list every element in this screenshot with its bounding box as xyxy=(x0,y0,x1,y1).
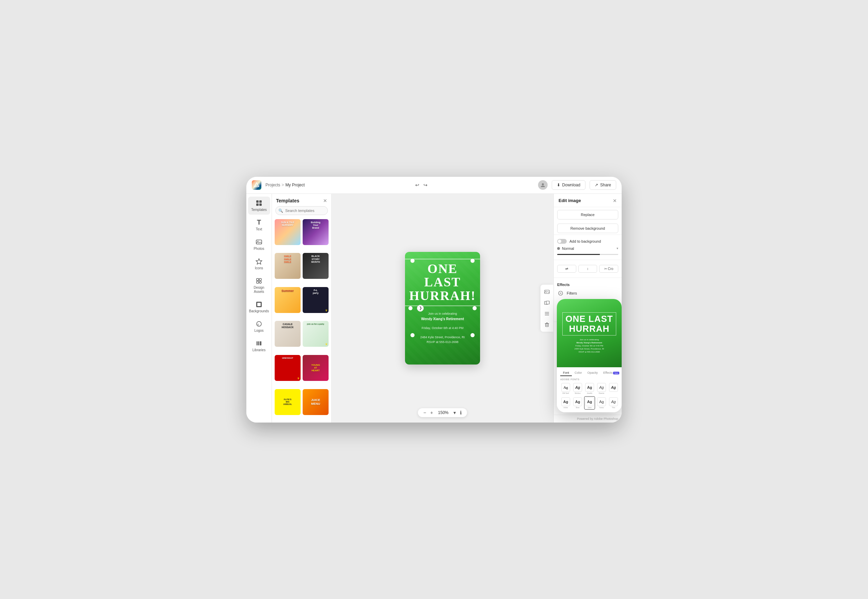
svg-rect-28 xyxy=(545,324,548,327)
handle-ml[interactable] xyxy=(408,306,413,310)
card-name: Wendy Xiang's Retirement xyxy=(420,316,465,322)
template-thumb-t9-text: HINDSIGHT xyxy=(275,355,300,361)
template-thumb-t8-text: join us for a party xyxy=(303,321,329,327)
delete-tool-button[interactable] xyxy=(542,319,552,330)
flip-vertical-button[interactable]: ↕ xyxy=(578,265,598,273)
edit-panel-close-button[interactable]: ✕ xyxy=(613,198,617,203)
template-thumb-t1[interactable]: SUN & TILENURSERY xyxy=(275,219,300,245)
templates-panel-title: Templates xyxy=(276,198,299,203)
phone-font-name-1: DM Serif xyxy=(562,392,569,394)
phone-font-item-10[interactable]: Ag Thin xyxy=(608,396,619,409)
template-thumb-t2[interactable]: BuildingYourBrand xyxy=(303,219,329,245)
phone-font-item-6[interactable]: Ag Arline xyxy=(560,396,571,409)
zoom-in-button[interactable]: + xyxy=(429,410,434,415)
zoom-out-button[interactable]: − xyxy=(423,410,427,415)
collapse-panel-button[interactable]: ❯ xyxy=(417,305,424,312)
template-thumb-t10[interactable]: YOUNGATHEART xyxy=(303,355,329,381)
add-to-bg-toggle[interactable] xyxy=(557,239,567,244)
edit-panel-header: Edit image ✕ xyxy=(554,194,622,207)
share-button[interactable]: ↗ Share xyxy=(590,180,616,190)
breadcrumb-parent[interactable]: Projects xyxy=(266,183,280,187)
phone-font-tab-opacity[interactable]: Opacity xyxy=(585,370,601,376)
phone-font-item-1[interactable]: Ag DM Serif xyxy=(560,382,571,395)
libraries-icon xyxy=(255,340,263,347)
template-thumb-t3[interactable]: SMILESMILESMILE xyxy=(275,253,300,279)
image-tool-button[interactable] xyxy=(542,287,552,297)
template-thumb-t2-text: BuildingYourBrand xyxy=(303,219,329,232)
sidebar-item-logos[interactable]: L Logos xyxy=(248,318,270,336)
templates-panel: Templates ✕ 🔍 SUN & TILENURSERY Building… xyxy=(272,194,332,423)
card-title-line2: HURRAH! xyxy=(409,289,476,303)
handle-bl[interactable] xyxy=(410,333,414,337)
filters-row[interactable]: Filters xyxy=(557,288,618,298)
phone-font-tab-effects[interactable]: EffectsNew xyxy=(601,370,622,376)
phone-font-item-8[interactable]: Ag Libre xyxy=(584,396,595,409)
undo-button[interactable]: ↩ xyxy=(414,182,420,188)
blend-mode-select[interactable]: Normal xyxy=(562,247,614,251)
template-thumb-t3-text: SMILESMILESMILE xyxy=(275,253,300,266)
design-card[interactable]: ONE LAST HURRAH! Join us in celebrating … xyxy=(405,252,480,364)
template-thumb-t7[interactable]: CASALEHOSSACK xyxy=(275,321,300,347)
phone-font-tab-font[interactable]: Font xyxy=(560,370,572,376)
blend-mode-row: Normal ▾ xyxy=(557,245,618,252)
opacity-slider[interactable] xyxy=(557,254,618,255)
phone-font-preview-10: Ag xyxy=(609,397,618,406)
arrange-tool-button[interactable] xyxy=(542,309,552,319)
phone-card-text: Join us in celebrating Wendy Xiang's Ret… xyxy=(574,338,604,354)
phone-screen: ONE LASTHURRAH Join us in celebrating We… xyxy=(557,299,622,367)
template-thumb-t6[interactable]: P•Lparty ♛ xyxy=(303,287,329,313)
share-icon: ↗ xyxy=(595,183,598,187)
sidebar-item-templates[interactable]: Templates xyxy=(248,197,270,215)
phone-font-preview-3: Ag xyxy=(585,383,594,392)
template-thumb-t4[interactable]: BLACKSTORYMONTH xyxy=(303,253,329,279)
template-thumb-t8[interactable]: join us for a party ♛ xyxy=(303,321,329,347)
card-invite-text: Join us in celebrating xyxy=(420,312,465,316)
phone-font-item-3[interactable]: Ag Josefin xyxy=(584,382,595,395)
sidebar-item-text[interactable]: T Text xyxy=(248,216,270,234)
redo-button[interactable]: ↪ xyxy=(423,182,428,188)
template-thumb-t11[interactable]: FLITE'SBIGANNUAL xyxy=(275,389,300,415)
sidebar-item-icons[interactable]: Icons xyxy=(248,255,270,273)
phone-font-item-2[interactable]: Ag Nimbus xyxy=(572,382,583,395)
sidebar-item-icons-label: Icons xyxy=(255,266,263,270)
search-templates-input[interactable] xyxy=(275,206,328,215)
phone-font-item-9[interactable]: Ag Yanez xyxy=(596,396,607,409)
crop-button[interactable]: ✂ Cro xyxy=(599,265,618,273)
svg-rect-4 xyxy=(259,200,262,203)
panel-footer: Powered by Adobe Photoshop xyxy=(554,415,622,423)
template-thumb-t12[interactable]: JUICEMENU xyxy=(303,389,329,415)
handle-br[interactable] xyxy=(470,333,475,337)
close-templates-panel-button[interactable]: ✕ xyxy=(323,198,327,203)
phone-adobe-fonts-label: ADOBE FONTS xyxy=(560,378,618,381)
zoom-info-button[interactable]: ℹ xyxy=(459,410,462,415)
card-address: 2484 Kyle Street, Providence, RI xyxy=(420,335,465,340)
template-thumb-t4-text: BLACKSTORYMONTH xyxy=(303,253,329,266)
sidebar-item-backgrounds[interactable]: Backgrounds xyxy=(248,298,270,316)
phone-font-name-4: Reenie xyxy=(599,392,604,394)
svg-rect-20 xyxy=(260,341,261,345)
sidebar-item-photos-label: Photos xyxy=(254,247,264,251)
design-card-wrapper: ONE LAST HURRAH! Join us in celebrating … xyxy=(405,252,480,364)
sidebar-item-libraries[interactable]: Libraries xyxy=(248,337,270,355)
flip-horizontal-button[interactable]: ⇄ xyxy=(557,265,576,273)
canvas-area[interactable]: ❯ ONE LAST HURRAH! Join us in celebratin… xyxy=(332,194,553,423)
phone-font-preview-1: Ag xyxy=(561,383,570,392)
handle-mr[interactable] xyxy=(473,306,477,310)
phone-font-tab-color[interactable]: Color xyxy=(572,370,585,376)
card-rsvp: RSVP at 555-013-2698 xyxy=(420,340,465,345)
phone-font-item-7[interactable]: Ag Bree xyxy=(572,396,583,409)
replace-button[interactable]: Replace xyxy=(557,210,618,220)
sidebar-item-design-assets[interactable]: Design Assets xyxy=(248,274,270,296)
remove-background-button[interactable]: Remove background xyxy=(557,224,618,233)
crown-badge-t9: ♛ xyxy=(297,377,300,380)
template-thumb-t9[interactable]: HINDSIGHT ♛ xyxy=(275,355,300,381)
sidebar-item-photos[interactable]: Photos xyxy=(248,235,270,254)
phone-font-name-7: Bree xyxy=(576,406,580,409)
duplicate-tool-button[interactable] xyxy=(542,298,552,308)
phone-font-item-4[interactable]: Ag Reenie xyxy=(596,382,607,395)
zoom-chevron-button[interactable]: ▾ xyxy=(453,410,457,415)
phone-font-item-5[interactable]: Ag xyxy=(608,382,619,395)
download-button[interactable]: ⬇ Download xyxy=(552,180,586,190)
template-thumb-t5[interactable]: Summer xyxy=(275,287,300,313)
svg-rect-18 xyxy=(257,341,258,345)
